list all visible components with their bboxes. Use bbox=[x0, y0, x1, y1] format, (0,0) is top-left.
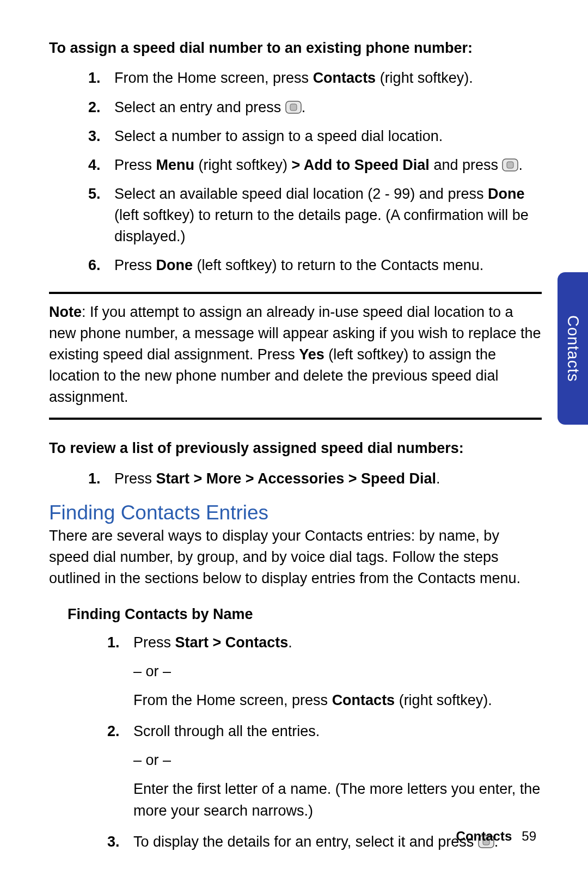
step-1: 1. Press Start > More > Accessories > Sp… bbox=[114, 468, 542, 489]
steps-review: 1. Press Start > More > Accessories > Sp… bbox=[49, 468, 542, 489]
svg-rect-3 bbox=[507, 162, 513, 168]
section-tab-contacts: Contacts bbox=[558, 272, 588, 425]
step-number: 2. bbox=[107, 721, 120, 742]
alt-step: Enter the first letter of a name. (The m… bbox=[133, 779, 542, 821]
text-bold: Start > More > Accessories > Speed Dial bbox=[156, 470, 437, 487]
or-separator: – or – bbox=[133, 661, 542, 682]
text: Press bbox=[133, 634, 175, 651]
step-number: 1. bbox=[88, 68, 101, 89]
steps-assign: 1. From the Home screen, press Contacts … bbox=[49, 68, 542, 276]
step-3: 3. Select a number to assign to a speed … bbox=[114, 126, 542, 147]
step-number: 1. bbox=[88, 468, 101, 489]
section-body: There are several ways to display your C… bbox=[49, 525, 542, 589]
text: Select an available speed dial location … bbox=[114, 186, 488, 202]
step-1: 1. From the Home screen, press Contacts … bbox=[114, 68, 542, 89]
heading-assign-speed-dial: To assign a speed dial number to an exis… bbox=[49, 38, 542, 58]
steps-find-by-name: 1. Press Start > Contacts. – or – From t… bbox=[49, 632, 542, 853]
note-label: Note bbox=[49, 304, 82, 320]
step-2: 2. Select an entry and press . bbox=[114, 97, 542, 118]
step-number: 5. bbox=[88, 183, 101, 205]
text-bold: Contacts bbox=[332, 692, 395, 708]
text: Press bbox=[114, 257, 156, 273]
text: . bbox=[302, 99, 306, 115]
text: Press bbox=[114, 157, 156, 173]
footer-section: Contacts bbox=[456, 829, 512, 843]
step-number: 6. bbox=[88, 255, 101, 276]
step-number: 4. bbox=[88, 155, 101, 176]
text: (left softkey) to return to the Contacts… bbox=[193, 257, 483, 273]
text: . bbox=[518, 157, 523, 173]
page-number: 59 bbox=[522, 829, 536, 843]
page-content: To assign a speed dial number to an exis… bbox=[0, 0, 588, 853]
ok-key-icon bbox=[502, 158, 518, 171]
text-bold: Contacts bbox=[313, 70, 376, 86]
text: (right softkey). bbox=[395, 692, 492, 708]
step-number: 2. bbox=[88, 97, 101, 118]
step-number: 1. bbox=[107, 632, 120, 653]
step-6: 6. Press Done (left softkey) to return t… bbox=[114, 255, 542, 276]
text: (right softkey) bbox=[194, 157, 292, 173]
step-number: 3. bbox=[107, 831, 120, 853]
text: Select an entry and press bbox=[114, 99, 285, 115]
text: From the Home screen, press bbox=[133, 692, 332, 708]
section-title-finding-contacts: Finding Contacts Entries bbox=[49, 501, 542, 524]
text-bold: > Add to Speed Dial bbox=[292, 157, 430, 173]
text-bold: Start > Contacts bbox=[175, 634, 289, 651]
text: Press bbox=[114, 470, 156, 487]
svg-rect-1 bbox=[290, 104, 297, 111]
step-2: 2. Scroll through all the entries. – or … bbox=[133, 721, 542, 822]
step-5: 5. Select an available speed dial locati… bbox=[114, 183, 542, 247]
text: To display the details for an entry, sel… bbox=[133, 834, 478, 850]
divider bbox=[49, 292, 542, 294]
heading-review-speed-dial: To review a list of previously assigned … bbox=[49, 438, 542, 458]
text-bold: Done bbox=[488, 186, 525, 202]
text: Scroll through all the entries. bbox=[133, 723, 320, 739]
text: . bbox=[436, 470, 440, 487]
note-block: Note: If you attempt to assign an alread… bbox=[49, 302, 542, 408]
page-footer: Contacts59 bbox=[456, 829, 536, 844]
text: and press bbox=[430, 157, 503, 173]
text: (left softkey) to return to the details … bbox=[114, 207, 529, 244]
ok-key-icon bbox=[285, 101, 302, 114]
text-bold: Yes bbox=[299, 346, 324, 363]
text-bold: Done bbox=[156, 257, 193, 273]
step-number: 3. bbox=[88, 126, 101, 147]
alt-step: From the Home screen, press Contacts (ri… bbox=[133, 690, 542, 711]
heading-finding-by-name: Finding Contacts by Name bbox=[68, 604, 542, 624]
text-bold: Menu bbox=[156, 157, 195, 173]
step-1: 1. Press Start > Contacts. – or – From t… bbox=[133, 632, 542, 711]
text: (right softkey). bbox=[376, 70, 473, 86]
step-4: 4. Press Menu (right softkey) > Add to S… bbox=[114, 155, 542, 176]
or-separator: – or – bbox=[133, 750, 542, 771]
text: From the Home screen, press bbox=[114, 70, 313, 86]
divider bbox=[49, 418, 542, 420]
text: Select a number to assign to a speed dia… bbox=[114, 128, 443, 144]
text: . bbox=[288, 634, 292, 651]
